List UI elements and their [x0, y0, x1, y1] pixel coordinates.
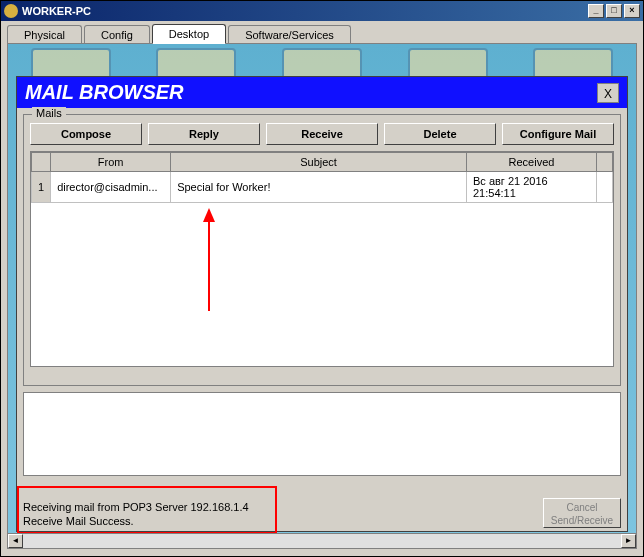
annotation-arrow-icon: [199, 206, 219, 316]
cell-rownum: 1: [32, 172, 51, 203]
mail-table-wrap: From Subject Received 1 director@cisadmi…: [30, 151, 614, 367]
horizontal-scrollbar[interactable]: ◄ ►: [8, 533, 636, 548]
table-row[interactable]: 1 director@cisadmin... Special for Worke…: [32, 172, 613, 203]
scroll-right-icon[interactable]: ►: [621, 534, 636, 548]
status-text: Receiving mail from POP3 Server 192.168.…: [23, 500, 249, 528]
mail-close-button[interactable]: X: [597, 83, 619, 103]
status-line-1: Receiving mail from POP3 Server 192.168.…: [23, 500, 249, 514]
receive-button[interactable]: Receive: [266, 123, 378, 145]
maximize-button[interactable]: □: [606, 4, 622, 18]
cancel-send-receive-button[interactable]: Cancel Send/Receive: [543, 498, 621, 528]
tab-config[interactable]: Config: [84, 25, 150, 44]
cell-scroll: [597, 172, 613, 203]
reply-button[interactable]: Reply: [148, 123, 260, 145]
configure-mail-button[interactable]: Configure Mail: [502, 123, 614, 145]
tab-desktop[interactable]: Desktop: [152, 24, 226, 44]
mail-title-text: MAIL BROWSER: [25, 81, 184, 104]
mail-toolbar: Compose Reply Receive Delete Configure M…: [30, 123, 614, 145]
mail-browser-window: MAIL BROWSER X Mails Compose Reply Recei…: [16, 76, 628, 532]
tab-software[interactable]: Software/Services: [228, 25, 351, 44]
col-from[interactable]: From: [51, 153, 171, 172]
cell-received: Вс авг 21 2016 21:54:11: [467, 172, 597, 203]
mails-group-label: Mails: [32, 107, 66, 119]
svg-marker-1: [203, 208, 215, 222]
app-icon: [4, 4, 18, 18]
scroll-track[interactable]: [23, 534, 621, 548]
cell-subject: Special for Worker!: [171, 172, 467, 203]
delete-button[interactable]: Delete: [384, 123, 496, 145]
col-subject[interactable]: Subject: [171, 153, 467, 172]
preview-pane: [23, 392, 621, 476]
status-line-2: Receive Mail Success.: [23, 514, 249, 528]
mail-table: From Subject Received 1 director@cisadmi…: [31, 152, 613, 203]
app-window: WORKER-PC _ □ × Physical Config Desktop …: [0, 0, 644, 557]
cell-from: director@cisadmin...: [51, 172, 171, 203]
status-area: Receiving mail from POP3 Server 192.168.…: [23, 482, 621, 532]
compose-button[interactable]: Compose: [30, 123, 142, 145]
minimize-button[interactable]: _: [588, 4, 604, 18]
col-scroll: [597, 153, 613, 172]
tab-physical[interactable]: Physical: [7, 25, 82, 44]
titlebar: WORKER-PC _ □ ×: [1, 1, 643, 21]
col-rownum: [32, 153, 51, 172]
mails-group: Mails Compose Reply Receive Delete Confi…: [23, 114, 621, 386]
window-close-button[interactable]: ×: [624, 4, 640, 18]
col-received[interactable]: Received: [467, 153, 597, 172]
window-title: WORKER-PC: [22, 5, 91, 17]
tab-row: Physical Config Desktop Software/Service…: [1, 21, 643, 43]
mail-titlebar: MAIL BROWSER X: [17, 77, 627, 108]
desktop-area: MAIL BROWSER X Mails Compose Reply Recei…: [7, 43, 637, 549]
scroll-left-icon[interactable]: ◄: [8, 534, 23, 548]
